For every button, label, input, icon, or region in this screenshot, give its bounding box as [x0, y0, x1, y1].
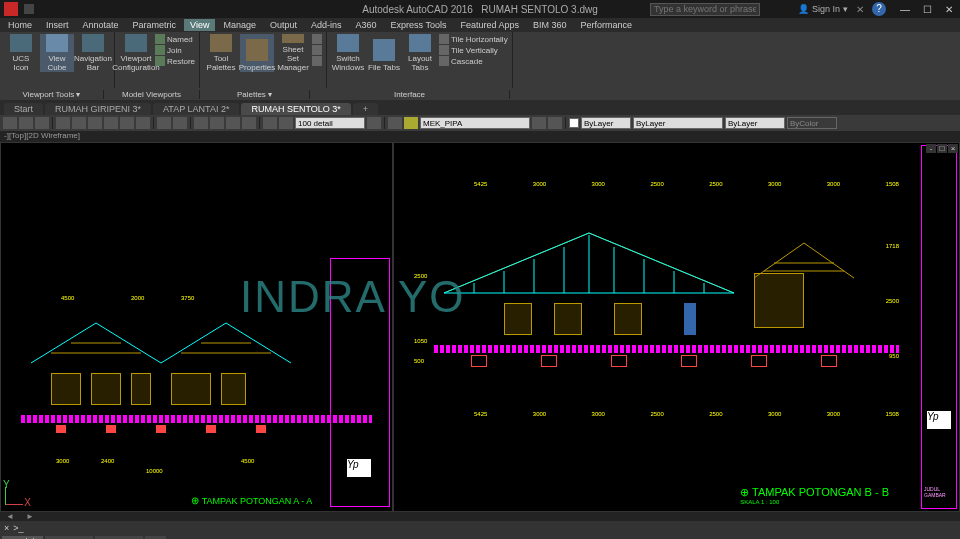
panel-label: Interface [310, 90, 510, 99]
ribbon-tab-bim-360[interactable]: BIM 360 [527, 19, 573, 31]
tool-icon[interactable] [242, 117, 256, 129]
ribbon-tab-a360[interactable]: A360 [350, 19, 383, 31]
ucs-icon-button[interactable]: UCS Icon [4, 34, 38, 72]
tool-icon[interactable] [136, 117, 150, 129]
tile-h-button[interactable]: Tile Horizontally [439, 34, 508, 44]
tool-icon[interactable] [104, 117, 118, 129]
tool-icon[interactable] [72, 117, 86, 129]
viewport-controls[interactable]: -][Top][2D Wireframe] [0, 131, 960, 142]
color-swatch[interactable] [569, 118, 579, 128]
ribbon-tab-annotate[interactable]: Annotate [77, 19, 125, 31]
vp-window-controls: - □ × [926, 144, 958, 153]
hscroll[interactable]: ◄ ► [0, 512, 960, 521]
ribbon-tab-performance[interactable]: Performance [574, 19, 638, 31]
dimension: 2500 [650, 181, 663, 187]
help-search-input[interactable] [650, 3, 760, 16]
qat-icon[interactable] [24, 4, 34, 14]
ribbon-tab-parametric[interactable]: Parametric [127, 19, 183, 31]
file-tab[interactable]: RUMAH SENTOLO 3* [241, 103, 350, 115]
navbar-button[interactable]: Navigation Bar [76, 34, 110, 72]
drawing-area[interactable]: 4500 2000 3750 3000 2400 10 [0, 142, 960, 512]
signin-button[interactable]: 👤 Sign In ▾ [798, 4, 848, 14]
lineweight-combo[interactable] [725, 117, 785, 129]
palette-icon[interactable] [312, 34, 322, 44]
dimension: 2500 [650, 411, 663, 417]
ribbon-tab-insert[interactable]: Insert [40, 19, 75, 31]
panel-label[interactable]: Palettes ▾ [200, 90, 310, 99]
scroll-left-icon[interactable]: ◄ [6, 512, 14, 521]
maximize-button[interactable]: ☐ [916, 0, 938, 18]
cmd-close-icon[interactable]: × [0, 523, 13, 533]
tool-icon[interactable] [157, 117, 171, 129]
viewport-right[interactable]: 54253000300025002500300030001508 [393, 142, 960, 512]
tool-icon[interactable] [56, 117, 70, 129]
vp-max-button[interactable]: □ [937, 144, 947, 153]
tool-icon[interactable] [19, 117, 33, 129]
tool-icon[interactable] [367, 117, 381, 129]
properties-button[interactable]: Properties [240, 34, 274, 72]
tool-icon[interactable] [88, 117, 102, 129]
tool-icon[interactable] [210, 117, 224, 129]
file-tab[interactable]: RUMAH GIRIPENI 3* [45, 103, 151, 115]
file-tab[interactable]: Start [4, 103, 43, 115]
dimension: 2500 [414, 273, 427, 279]
titleblock: Yp [330, 258, 390, 507]
tool-icon[interactable] [532, 117, 546, 129]
tile-v-button[interactable]: Tile Vertically [439, 45, 508, 55]
tool-icon[interactable] [263, 117, 277, 129]
ground-line [434, 345, 899, 353]
exchange-icon[interactable]: ✕ [856, 4, 864, 15]
viewport-config-button[interactable]: Viewport Configuration [119, 34, 153, 72]
dimension: 1050 [414, 338, 427, 344]
vp-min-button[interactable]: - [926, 144, 936, 153]
ribbon-tab-express-tools[interactable]: Express Tools [385, 19, 453, 31]
ribbon-tab-add-ins[interactable]: Add-ins [305, 19, 348, 31]
ribbon-tab-featured-apps[interactable]: Featured Apps [454, 19, 525, 31]
help-icon[interactable]: ? [872, 2, 886, 16]
ribbon-panel-interface: Switch Windows File Tabs Layout Tabs Til… [327, 32, 513, 88]
cascade-button[interactable]: Cascade [439, 56, 508, 66]
linetype-combo[interactable] [633, 117, 723, 129]
color-combo[interactable] [581, 117, 631, 129]
tool-icon[interactable] [279, 117, 293, 129]
minimize-button[interactable]: — [894, 0, 916, 18]
tool-icon[interactable] [226, 117, 240, 129]
viewcube-button[interactable]: View Cube [40, 34, 74, 72]
dimension: 1508 [886, 181, 899, 187]
file-tab[interactable]: ATAP LANTAI 2* [153, 103, 239, 115]
ribbon-tab-view[interactable]: View [184, 19, 215, 31]
tool-icon[interactable] [120, 117, 134, 129]
named-button[interactable]: Named [155, 34, 195, 44]
tool-icon[interactable] [35, 117, 49, 129]
scroll-right-icon[interactable]: ► [26, 512, 34, 521]
panel-label[interactable]: Viewport Tools ▾ [0, 90, 104, 99]
ucs-icon: Y X [5, 485, 25, 505]
layout-tabs-button[interactable]: Layout Tabs [403, 34, 437, 72]
vp-close-button[interactable]: × [948, 144, 958, 153]
file-tabs-button[interactable]: File Tabs [367, 34, 401, 72]
tool-icon[interactable] [548, 117, 562, 129]
sheetset-button[interactable]: Sheet Set Manager [276, 34, 310, 72]
palette-icon[interactable] [312, 56, 322, 66]
palette-icon[interactable] [312, 45, 322, 55]
close-button[interactable]: ✕ [938, 0, 960, 18]
join-button[interactable]: Join [155, 45, 195, 55]
ribbon-tab-home[interactable]: Home [2, 19, 38, 31]
ribbon-tab-manage[interactable]: Manage [217, 19, 262, 31]
tool-icon[interactable] [388, 117, 402, 129]
tool-icon[interactable] [194, 117, 208, 129]
tool-icon[interactable] [3, 117, 17, 129]
ribbon-tab-output[interactable]: Output [264, 19, 303, 31]
new-tab-button[interactable]: + [353, 103, 378, 115]
annoscale-combo[interactable] [295, 117, 365, 129]
tool-icon[interactable] [173, 117, 187, 129]
ribbon-panel-palettes: Tool Palettes Properties Sheet Set Manag… [200, 32, 327, 88]
restore-button[interactable]: Restore [155, 56, 195, 66]
layer-icon[interactable] [404, 117, 418, 129]
plotstyle-combo[interactable] [787, 117, 837, 129]
tool-palettes-button[interactable]: Tool Palettes [204, 34, 238, 72]
command-line[interactable]: × >_ [0, 521, 960, 535]
layer-combo[interactable] [420, 117, 530, 129]
viewport-left[interactable]: 4500 2000 3750 3000 2400 10 [0, 142, 393, 512]
switch-windows-button[interactable]: Switch Windows [331, 34, 365, 72]
